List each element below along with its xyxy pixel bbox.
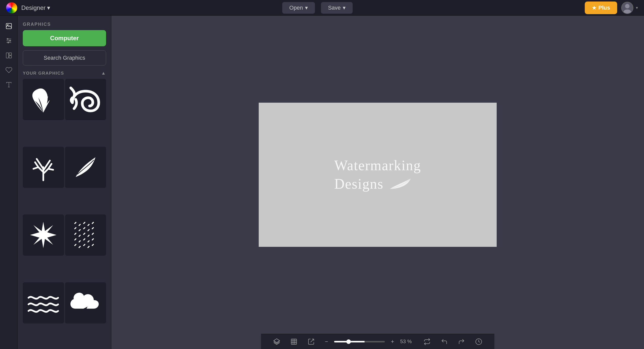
graphic-item-waves[interactable]: [23, 282, 64, 323]
history-button[interactable]: [473, 336, 484, 347]
open-button[interactable]: Open ▾: [282, 2, 315, 14]
canvas-wrapper: Watermarking Designs: [111, 16, 644, 334]
app-name-chevron: ▾: [47, 4, 50, 11]
canvas[interactable]: Watermarking Designs: [259, 103, 497, 247]
svg-point-10: [8, 42, 9, 43]
canvas-text-line1: Watermarking: [334, 156, 421, 175]
zoom-slider[interactable]: [334, 341, 385, 342]
svg-rect-30: [91, 233, 94, 235]
svg-rect-13: [9, 56, 11, 58]
svg-point-4: [7, 25, 8, 26]
canvas-text-line2: Designs: [334, 175, 421, 193]
svg-rect-25: [91, 227, 94, 230]
plus-label: Plus: [598, 5, 610, 11]
svg-rect-27: [78, 234, 81, 237]
graphic-item-feather[interactable]: [65, 147, 106, 188]
svg-rect-18: [83, 222, 85, 224]
app-logo[interactable]: [6, 2, 17, 13]
graphic-item-swirl[interactable]: [65, 79, 106, 120]
panel-sidebar: GRAPHICS Computer Search Graphics YOUR G…: [18, 16, 111, 349]
graphics-grid: [18, 79, 111, 349]
graphic-item-branch[interactable]: [23, 79, 64, 120]
graphic-item-coral[interactable]: [23, 147, 64, 188]
app-name-button[interactable]: Designer ▾: [21, 4, 50, 11]
svg-rect-11: [6, 53, 8, 58]
svg-rect-17: [78, 224, 81, 226]
star-icon: ★: [592, 5, 596, 11]
avatar: [621, 2, 633, 14]
svg-rect-20: [91, 222, 94, 224]
svg-rect-12: [9, 53, 11, 55]
svg-rect-26: [74, 233, 76, 235]
user-menu[interactable]: ▾: [621, 2, 638, 14]
your-graphics-label: YOUR GRAPHICS: [23, 71, 64, 76]
svg-rect-21: [74, 227, 76, 230]
sidebar-item-graphics[interactable]: [3, 20, 15, 32]
svg-point-9: [9, 40, 11, 41]
zoom-controls: − + 53 %: [323, 336, 415, 347]
collapse-button[interactable]: ▲: [101, 71, 106, 76]
svg-rect-19: [87, 224, 90, 226]
svg-rect-16: [74, 222, 76, 224]
zoom-minus-icon: −: [325, 338, 328, 345]
plus-button[interactable]: ★ Plus: [585, 2, 617, 14]
save-button[interactable]: Save ▾: [321, 2, 353, 14]
svg-point-8: [7, 38, 8, 40]
zoom-plus-icon: +: [391, 338, 394, 345]
undo-button[interactable]: [439, 336, 450, 347]
bottom-toolbar: − + 53 %: [261, 334, 494, 349]
canvas-area: Watermarking Designs: [111, 16, 644, 349]
svg-rect-32: [78, 240, 81, 243]
external-button[interactable]: [306, 336, 317, 347]
graphic-item-starburst[interactable]: [23, 214, 64, 256]
repeat-button[interactable]: [421, 336, 433, 347]
sidebar-item-adjustments[interactable]: [3, 34, 15, 47]
zoom-percentage: 53 %: [400, 339, 415, 344]
your-graphics-header: YOUR GRAPHICS ▲: [18, 71, 111, 79]
zoom-out-button[interactable]: −: [323, 336, 330, 347]
header-right: ★ Plus ▾: [585, 2, 638, 14]
feather-decoration-icon: [388, 176, 413, 191]
open-chevron: ▾: [305, 5, 308, 11]
svg-rect-29: [87, 234, 90, 237]
main: GRAPHICS Computer Search Graphics YOUR G…: [0, 16, 644, 349]
svg-rect-28: [83, 233, 85, 235]
svg-rect-38: [83, 244, 85, 246]
svg-rect-40: [91, 244, 94, 246]
icon-sidebar: [0, 16, 18, 349]
svg-rect-24: [87, 229, 90, 231]
canvas-text-line2-text: Designs: [334, 175, 384, 193]
search-graphics-button[interactable]: Search Graphics: [23, 50, 106, 66]
sidebar-item-favorites[interactable]: [3, 64, 15, 76]
avatar-chevron[interactable]: ▾: [636, 5, 638, 10]
svg-rect-34: [87, 240, 90, 243]
svg-rect-42: [291, 339, 297, 344]
header-center: Open ▾ Save ▾: [282, 2, 353, 14]
layers-button[interactable]: [271, 336, 282, 347]
open-label: Open: [289, 5, 303, 11]
panel-title: GRAPHICS: [18, 16, 111, 30]
svg-rect-31: [74, 238, 76, 241]
sidebar-item-layout[interactable]: [3, 49, 15, 62]
computer-button[interactable]: Computer: [23, 30, 106, 46]
save-label: Save: [328, 5, 341, 11]
svg-rect-33: [83, 238, 85, 241]
svg-rect-22: [78, 229, 81, 231]
svg-point-1: [625, 4, 630, 8]
svg-rect-37: [78, 246, 81, 248]
canvas-content: Watermarking Designs: [334, 156, 421, 193]
save-chevron: ▾: [343, 5, 346, 11]
header: Designer ▾ Open ▾ Save ▾ ★ Plus ▾: [0, 0, 644, 16]
graphic-item-cloud-lightning[interactable]: [65, 282, 106, 323]
redo-button[interactable]: [456, 336, 467, 347]
svg-rect-35: [91, 238, 94, 241]
graphic-item-dots-pattern[interactable]: [65, 214, 106, 256]
svg-rect-36: [74, 244, 76, 246]
zoom-in-button[interactable]: +: [389, 336, 396, 347]
svg-rect-23: [83, 227, 85, 230]
header-left: Designer ▾: [6, 2, 50, 13]
svg-rect-39: [87, 246, 90, 248]
sidebar-item-text[interactable]: [3, 78, 15, 91]
app-name-label: Designer: [21, 4, 46, 11]
resize-button[interactable]: [288, 336, 299, 347]
